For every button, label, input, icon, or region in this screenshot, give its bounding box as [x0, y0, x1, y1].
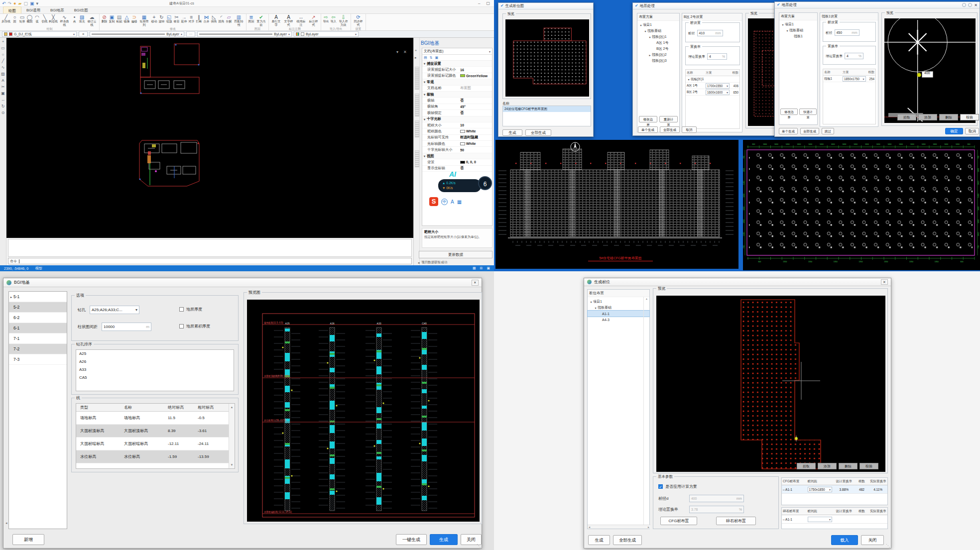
model-space-toggle[interactable]: 模型	[35, 266, 42, 271]
language-toggle[interactable]: 中	[441, 199, 448, 205]
property-row[interactable]: 光标轴可见性框选时隐藏	[422, 135, 492, 141]
profile-list-item[interactable]: ▸5-1	[9, 292, 67, 302]
ribbon-tab-BGI地基[interactable]: BGI地基	[45, 6, 69, 13]
preview-button-校验[interactable]: 校验	[859, 463, 878, 469]
linetype-icon[interactable]: ⋯	[186, 31, 195, 37]
tree-item-筏板(区)3[interactable]: 筏板(区)3	[637, 58, 679, 64]
ribbon-item-导出[interactable]: ⇨导出	[322, 14, 330, 23]
borehole-preview-canvas[interactable]: A25A26A33CA5场地标高(11.5,-0.5)大面桩顶标高(8.39,-…	[247, 300, 480, 522]
notification-badge[interactable]: 6	[478, 176, 492, 190]
ribbon-item-复制[interactable]: ▣复制	[108, 14, 116, 23]
ribbon-item-构造线[interactable]: ╳构造线	[48, 14, 58, 23]
ribbon-item-矩形[interactable]: ▭矩形	[18, 14, 26, 23]
tree-scrollbar[interactable]: ▴	[643, 297, 649, 525]
lineweight-select[interactable]: ByLayer ▾	[90, 31, 184, 37]
hatch-tool-icon[interactable]: ▨	[1, 72, 5, 76]
close-icon[interactable]: ✕	[472, 280, 479, 286]
borehole-item[interactable]: A33	[76, 366, 234, 374]
borehole-order-list[interactable]: A25A26A33CA5	[76, 349, 234, 391]
pile-plan-drawing-panel[interactable]: 6001400140014001400140014001400140014001…	[743, 140, 980, 270]
table-scrollbar[interactable]: ▲▼	[229, 404, 235, 468]
side-tab-2[interactable]	[415, 94, 419, 116]
ribbon-item-文字样式[interactable]: A文字样式	[282, 14, 295, 26]
quick-calc-button[interactable]: 快速计算	[799, 109, 817, 115]
rect-tool-icon[interactable]: ▭	[1, 46, 5, 50]
property-group[interactable]: ▾捕捉设置	[422, 61, 492, 67]
measure-tool-icon[interactable]: ↔	[1, 98, 5, 102]
pile-diameter-input[interactable]: 450 mm	[835, 29, 859, 36]
scheme-row[interactable]: 筏板11850x1750▾254	[823, 76, 875, 82]
generate-button[interactable]: 生成	[588, 535, 610, 545]
profile-list-item[interactable]: 7-2	[9, 344, 67, 354]
status-icon[interactable]: ▣	[487, 266, 490, 270]
ribbon-tab-绘图[interactable]: 绘图	[3, 6, 21, 13]
one-key-generate-button[interactable]: 一键生成	[396, 534, 427, 545]
save-icon[interactable]: ▣	[30, 1, 34, 6]
ime-keyboard-icon[interactable]: ▦	[457, 199, 462, 205]
drill-select[interactable]: A25;A26;A33;C... ▾	[90, 306, 139, 314]
ribbon-item-移动[interactable]: +移动	[150, 14, 158, 23]
preview-canvas[interactable]: 400 拾取添加删除校验	[884, 18, 976, 123]
text-tool-icon[interactable]: A	[1, 78, 4, 83]
tree-item-筏板基础[interactable]: ▾筏板基础	[779, 27, 817, 33]
scheme-select[interactable]: 1850x1750▾	[843, 76, 866, 82]
pile-row[interactable]: – A1-11750x1850▾3.88%4824.11%	[782, 485, 887, 494]
close-button[interactable]: 关闭	[861, 535, 884, 545]
ribbon-item-对齐[interactable]: ≡对齐	[188, 14, 195, 23]
ribbon-item-同步样式[interactable]: ⟳同步样式	[352, 14, 365, 26]
tree-item-筏板1[interactable]: 筏板1	[779, 33, 817, 39]
pile-diameter-input[interactable]: 400 mm	[689, 495, 744, 502]
close-icon[interactable]: ✕	[974, 3, 978, 7]
recalculate-button[interactable]: 重新计算	[659, 116, 678, 122]
profile-list-item[interactable]: 7-1	[9, 333, 67, 344]
generate-button[interactable]: 生成	[502, 129, 522, 136]
ribbon-item-圆[interactable]: ○圆	[11, 14, 18, 23]
pile-row[interactable]: – A1-1▾	[782, 515, 887, 524]
property-row[interactable]: 设置捕捉标记大小16	[422, 67, 492, 73]
property-row[interactable]: 极轴锁定否	[422, 110, 492, 116]
layer-thickness-checkbox[interactable]	[179, 307, 184, 312]
pin-icon[interactable]	[968, 3, 972, 7]
preview-button-拾取[interactable]: 拾取	[897, 114, 916, 120]
generate-all-button[interactable]: 全部生成	[660, 126, 680, 133]
scheme-row[interactable]: B区 2号1600x1600▾650	[686, 89, 739, 96]
settings-icon[interactable]: ▣	[435, 56, 439, 60]
ok-button[interactable]: 确定	[945, 128, 963, 134]
sort-icon[interactable]: ⇅	[430, 56, 433, 60]
lineweight-icon[interactable]: ≡	[79, 31, 88, 37]
layer-select[interactable]: G_DJ_红线 ▾	[2, 31, 77, 37]
ribbon-item-分解[interactable]: ▱分解	[225, 14, 233, 23]
scheme-row[interactable]: A区 1号1700x1550▾406	[686, 83, 739, 89]
gravel-layout-button[interactable]: 碎石桩布置	[716, 517, 756, 525]
side-tab-4[interactable]	[415, 150, 419, 167]
ribbon-item-置为当前[interactable]: ✔置为当前	[255, 14, 267, 26]
edit-boundary-button[interactable]: 修改边界	[639, 116, 657, 122]
ribbon-item-弧[interactable]: ◠弧	[33, 14, 41, 23]
property-row[interactable]: 十字光标轴大小50	[422, 147, 492, 153]
profile-list-item[interactable]: 6-2	[9, 313, 67, 323]
ribbon-item-多段线[interactable]: ╱多段线	[1, 14, 11, 23]
maximize-button[interactable]: ▢	[484, 1, 492, 5]
property-group[interactable]: ▾十字光标	[422, 116, 492, 122]
ime-tool-icon[interactable]: A	[451, 199, 454, 205]
generate-button[interactable]: 生成	[430, 534, 458, 545]
help-icon[interactable]	[962, 3, 966, 7]
ratio-input[interactable]: 4 %	[707, 53, 727, 60]
minimize-button[interactable]: –	[476, 1, 482, 5]
line-row[interactable]: 场地标高场地标高11.5-0.5	[76, 412, 235, 425]
cfg-layout-button[interactable]: CFG桩布置	[660, 517, 697, 525]
ribbon-item-旋转[interactable]: ↻旋转	[158, 14, 165, 23]
drawing-canvas[interactable]: ▾ ✕	[6, 38, 413, 238]
scheme-row[interactable]: ▾筏板(区)1	[686, 76, 739, 83]
ribbon-item-标注样式[interactable]: ↗标注样式	[307, 14, 320, 26]
ribbon-item-删除[interactable]: ⊘删除	[101, 14, 108, 23]
tree-item-筏板基础[interactable]: ▾筏板基础	[637, 28, 679, 34]
scheme-select[interactable]: 1700x1550▾	[706, 83, 730, 89]
property-row[interactable]: 设置捕捉标记颜色GreenYellow	[422, 73, 492, 79]
cancel-button[interactable]: 取消	[965, 128, 979, 134]
profile-list-item[interactable]: 5-2	[9, 302, 67, 313]
line-tool-icon[interactable]: ╱	[2, 59, 4, 63]
tree-item-A4-3[interactable]: A4-3	[588, 317, 649, 323]
ribbon-item-单行文字[interactable]: A单行文字	[270, 14, 282, 26]
copy-tool-icon[interactable]: ▣	[1, 91, 5, 96]
